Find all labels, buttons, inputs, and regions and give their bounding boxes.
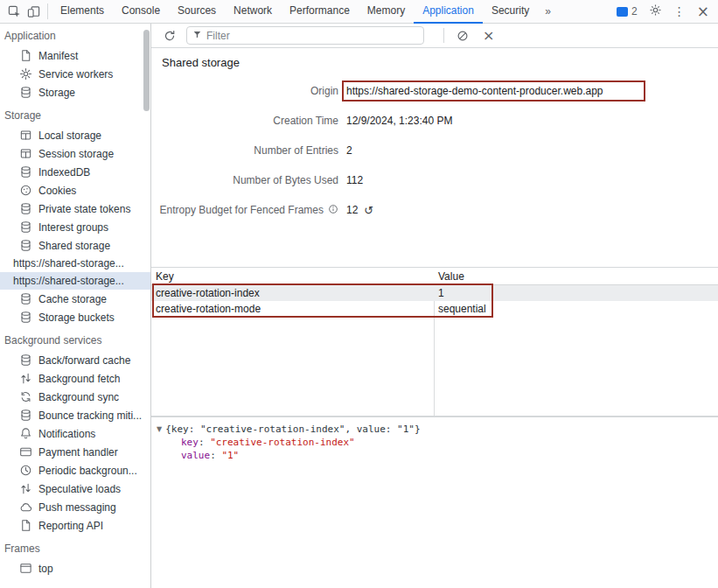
disclosure-triangle-icon[interactable]: ▼ bbox=[157, 423, 162, 436]
sidebar-item-label: https://shared-storage... bbox=[13, 275, 124, 287]
sidebar-item-label: Service workers bbox=[38, 68, 113, 80]
database-icon bbox=[19, 409, 32, 422]
inspect-element-icon[interactable] bbox=[5, 3, 23, 20]
storage-items-table: Key Value creative-rotation-index1creati… bbox=[151, 267, 718, 416]
sidebar-item-background-fetch[interactable]: Background fetch bbox=[0, 369, 150, 388]
sidebar-item-payment-handler[interactable]: Payment handler bbox=[0, 443, 150, 461]
sidebar-item-https-shared-storage[interactable]: https://shared-storage... bbox=[0, 272, 150, 290]
sidebar-item-label: Reporting API bbox=[38, 520, 103, 532]
table-row[interactable]: creative-rotation-modesequential bbox=[151, 301, 718, 317]
field-number-of-bytes-used: Number of Bytes Used112 bbox=[151, 165, 718, 195]
tab-elements[interactable]: Elements bbox=[52, 0, 113, 24]
sidebar-item-label: Storage bbox=[38, 87, 75, 99]
filter-input[interactable] bbox=[206, 30, 418, 42]
tab-application[interactable]: Application bbox=[414, 0, 483, 24]
tab-memory[interactable]: Memory bbox=[359, 0, 414, 24]
filter-funnel-icon bbox=[192, 30, 202, 42]
cloud-icon bbox=[19, 500, 32, 514]
property-value: "1" bbox=[221, 450, 239, 461]
sidebar-item-speculative-loads[interactable]: Speculative loads bbox=[0, 480, 150, 498]
sidebar-item-label: Private state tokens bbox=[38, 203, 130, 215]
issues-icon bbox=[617, 7, 628, 17]
sidebar-item-label: IndexedDB bbox=[38, 166, 90, 178]
filter-box[interactable] bbox=[186, 26, 424, 45]
sidebar-item-shared-storage[interactable]: Shared storage bbox=[0, 236, 150, 255]
tab-performance[interactable]: Performance bbox=[281, 0, 359, 24]
sidebar-item-indexeddb[interactable]: IndexedDB bbox=[0, 163, 150, 181]
sidebar-section-frames: Frames bbox=[0, 535, 150, 559]
panel-toolbar: × bbox=[151, 24, 718, 48]
database-icon bbox=[19, 239, 32, 252]
reset-budget-icon[interactable]: ↺ bbox=[364, 205, 373, 216]
sidebar-item-cookies[interactable]: Cookies bbox=[0, 181, 150, 200]
column-header-value[interactable]: Value bbox=[434, 270, 718, 283]
sidebar-item-background-sync[interactable]: Background sync bbox=[0, 388, 150, 406]
tab-sources[interactable]: Sources bbox=[169, 0, 225, 24]
close-devtools-icon[interactable]: × bbox=[697, 4, 709, 19]
database-icon bbox=[19, 202, 32, 215]
more-tabs-button[interactable]: » bbox=[538, 0, 558, 24]
sidebar-item-label: Manifest bbox=[38, 50, 78, 62]
sidebar-item-back-forward-cache[interactable]: Back/forward cache bbox=[0, 351, 150, 369]
clear-all-icon[interactable] bbox=[455, 28, 471, 44]
clock-icon bbox=[19, 464, 32, 477]
sidebar-item-label: Session storage bbox=[38, 148, 114, 160]
sidebar-item-push-messaging[interactable]: Push messaging bbox=[0, 498, 150, 516]
sidebar-item-label: Background sync bbox=[38, 391, 119, 403]
property-separator: : bbox=[210, 450, 221, 461]
sidebar-item-top[interactable]: top bbox=[0, 559, 150, 578]
sidebar-item-reporting-api[interactable]: Reporting API bbox=[0, 516, 150, 535]
panel-tabs: ElementsConsoleSourcesNetworkPerformance… bbox=[52, 0, 538, 24]
field-creation-time: Creation Time12/9/2024, 1:23:40 PM bbox=[151, 106, 718, 136]
sidebar-item-service-workers[interactable]: Service workers bbox=[0, 65, 150, 83]
sidebar-item-label: top bbox=[38, 563, 53, 575]
field-number-of-entries: Number of Entries2 bbox=[151, 136, 718, 165]
sidebar-item-session-storage[interactable]: Session storage bbox=[0, 144, 150, 163]
object-preview-summary: ▼{key: "creative-rotation-index", value:… bbox=[157, 423, 718, 436]
sidebar-item-cache-storage[interactable]: Cache storage bbox=[0, 290, 150, 308]
refresh-icon[interactable] bbox=[162, 28, 178, 44]
delete-selected-icon[interactable]: × bbox=[483, 29, 494, 43]
database-icon bbox=[19, 86, 32, 99]
sidebar-item-label: Push messaging bbox=[38, 501, 116, 514]
updown-icon bbox=[19, 372, 32, 385]
cell-key: creative-rotation-index bbox=[151, 287, 434, 299]
sidebar-item-manifest[interactable]: Manifest bbox=[0, 46, 150, 65]
bell-icon bbox=[19, 427, 32, 440]
sidebar-section-background-services: Background services bbox=[0, 326, 150, 351]
cell-value: 1 bbox=[434, 287, 718, 299]
sidebar-item-interest-groups[interactable]: Interest groups bbox=[0, 218, 150, 236]
document-icon bbox=[19, 519, 32, 532]
column-header-key[interactable]: Key bbox=[151, 270, 434, 283]
field-value: 2 bbox=[346, 144, 352, 157]
field-value: 12 bbox=[346, 204, 358, 216]
field-label: Number of Bytes Used bbox=[233, 174, 338, 186]
database-icon bbox=[19, 354, 32, 367]
sidebar-item-label: Payment handler bbox=[38, 446, 118, 458]
sidebar-scrollbar-thumb[interactable] bbox=[143, 30, 150, 111]
kebab-menu-icon[interactable]: ⋮ bbox=[673, 5, 686, 18]
sidebar-item-periodic-backgroun[interactable]: Periodic backgroun... bbox=[0, 461, 150, 480]
table-row[interactable]: creative-rotation-index1 bbox=[151, 285, 718, 301]
field-value: 12/9/2024, 1:23:40 PM bbox=[346, 115, 452, 127]
tab-console[interactable]: Console bbox=[113, 0, 169, 24]
sidebar-item-storage[interactable]: Storage bbox=[0, 83, 150, 102]
sidebar-item-storage-buckets[interactable]: Storage buckets bbox=[0, 308, 150, 326]
tab-security[interactable]: Security bbox=[483, 0, 538, 24]
document-icon bbox=[19, 49, 32, 62]
database-icon bbox=[19, 220, 32, 234]
sidebar-item-label: Storage buckets bbox=[38, 312, 115, 324]
sidebar-item-label: Cookies bbox=[38, 185, 76, 197]
sidebar-section-storage: Storage bbox=[0, 102, 150, 126]
sidebar-item-private-state-tokens[interactable]: Private state tokens bbox=[0, 200, 150, 218]
sidebar-item-local-storage[interactable]: Local storage bbox=[0, 126, 150, 144]
field-label: Creation Time bbox=[273, 115, 338, 127]
sidebar-item-https-shared-storage[interactable]: https://shared-storage... bbox=[0, 255, 150, 272]
sidebar-item-notifications[interactable]: Notifications bbox=[0, 424, 150, 443]
info-icon[interactable] bbox=[328, 204, 338, 217]
settings-gear-icon[interactable] bbox=[649, 4, 662, 19]
issues-badge[interactable]: 2 bbox=[617, 5, 638, 18]
tab-network[interactable]: Network bbox=[225, 0, 281, 24]
sidebar-item-bounce-tracking-miti[interactable]: Bounce tracking miti... bbox=[0, 406, 150, 424]
device-toolbar-icon[interactable] bbox=[24, 3, 42, 20]
